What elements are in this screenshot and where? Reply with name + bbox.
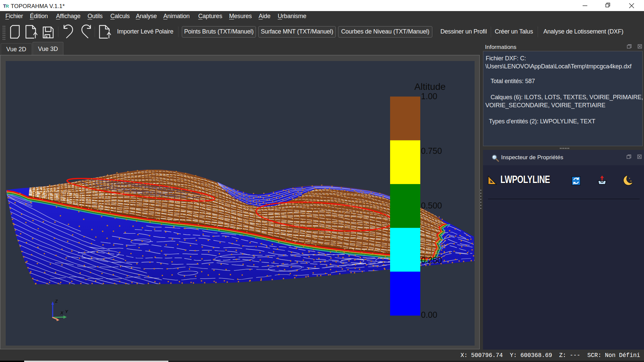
svg-text:0.00: 0.00: [421, 310, 437, 319]
svg-text:X: X: [60, 310, 64, 315]
svg-text:0.250: 0.250: [421, 255, 442, 265]
svg-text:Altitude: Altitude: [414, 81, 445, 92]
svg-text:0.750: 0.750: [421, 146, 442, 156]
svg-text:R: R: [6, 4, 9, 9]
svg-text:Z: Z: [55, 299, 58, 304]
svg-text:Y: Y: [65, 309, 68, 314]
svg-text:1.00: 1.00: [421, 92, 437, 101]
svg-text:0.500: 0.500: [421, 201, 442, 210]
